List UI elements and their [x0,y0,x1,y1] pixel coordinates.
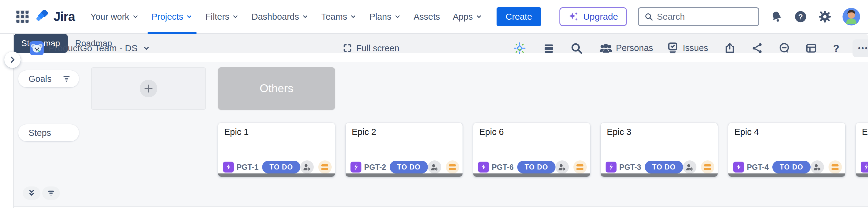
goals-label: Goals [29,74,52,84]
others-column-header[interactable]: Others [218,67,335,110]
chevron-down-icon [302,13,309,20]
expand-sidebar-button[interactable] [4,51,21,68]
nav-item-label: Dashboards [251,12,299,22]
filter-icon[interactable] [62,74,71,83]
gear-icon [818,10,832,23]
bell-icon [770,10,783,23]
collapse-all-button[interactable] [23,186,40,200]
help-button[interactable]: ? [794,10,807,23]
chevron-down-icon [232,13,239,20]
nav-item-dashboards[interactable]: Dashboards [245,0,315,34]
epic-key: PGT-3 [619,163,641,172]
feedback-button[interactable] [778,42,790,54]
notifications-button[interactable] [770,10,783,23]
priority-medium-icon [829,161,842,174]
decorate-button[interactable] [513,42,526,55]
epic-card[interactable]: Epic 2 PGT-2 TO DO [346,123,463,177]
epic-footer: PGT-1 TO DO [223,161,331,174]
chevron-down-icon [132,13,139,20]
personas-label: Personas [616,43,653,53]
board-filter-button[interactable] [42,186,60,200]
nav-item-label: Filters [205,12,229,22]
nav-item-plans[interactable]: Plans [363,0,407,34]
epic-card[interactable]: Epic 4 PGT-4 TO DO [728,123,845,177]
share-icon [751,42,763,54]
epic-footer: PGT-4 TO DO [733,161,842,174]
export-icon [724,42,736,54]
steps-label: Steps [29,128,51,138]
epic-card[interactable]: Ep P TO DO [856,123,868,177]
project-avatar [30,41,44,55]
nav-item-your-work[interactable]: Your work [84,0,145,34]
issues-button[interactable]: Issues [666,41,708,55]
person-gear-icon [813,163,821,171]
search-input[interactable] [657,12,753,22]
nav-item-label: Your work [91,12,129,22]
help-icon: ? [794,10,807,23]
person-gear-icon [430,163,439,171]
epic-color-strip [218,173,335,177]
jira-logo[interactable]: Jira [36,9,75,24]
priority-medium-icon [446,161,459,174]
settings-button[interactable] [818,10,832,23]
status-badge[interactable]: TO DO [390,161,428,173]
epic-type-icon [861,162,868,173]
epic-card[interactable]: Epic 6 PGT-6 TO DO [473,123,590,177]
epic-footer: PGT-3 TO DO [606,161,714,174]
personas-button[interactable]: Personas [599,41,653,55]
create-button[interactable]: Create [497,7,541,26]
epic-footer: PGT-2 TO DO [350,161,459,174]
search-icon [644,12,653,21]
epic-card[interactable]: Epic 1 PGT-1 TO DO [218,123,335,177]
assignee-button[interactable] [300,161,314,174]
person-gear-icon [303,163,311,171]
epic-color-strip [346,173,463,177]
add-goal-button[interactable] [140,80,157,97]
lightning-bolt-icon [480,164,487,170]
add-goal-placeholder [91,67,206,110]
personas-icon [599,41,613,55]
card-layout-button[interactable] [805,42,817,54]
board-help-button[interactable]: ? [833,42,839,54]
user-avatar[interactable] [842,8,860,26]
status-badge[interactable]: TO DO [517,161,555,173]
top-nav-right: Upgrade ? [559,7,860,26]
assignee-button[interactable] [556,161,569,174]
rows-button[interactable] [543,42,555,54]
logo-wordmark: Jira [54,9,75,24]
app-switcher-button[interactable] [16,10,29,23]
rows-icon [543,42,555,54]
lightning-bolt-icon [863,164,868,170]
koala-icon [31,42,43,54]
nav-item-projects[interactable]: Projects [145,0,199,34]
assignee-button[interactable] [683,161,696,174]
double-chevron-down-icon [27,189,36,197]
assignee-button[interactable] [428,161,441,174]
lightning-bolt-icon [225,164,232,170]
svg-text:?: ? [798,13,803,21]
epic-type-icon [478,162,489,173]
project-switcher[interactable]: ProductGo Team - DS [30,41,150,55]
burst-icon [513,42,526,55]
epic-color-strip [601,173,718,177]
status-badge[interactable]: TO DO [262,161,300,173]
fullscreen-icon [343,43,352,53]
export-button[interactable] [724,42,736,54]
board-search-button[interactable] [570,42,583,55]
nav-item-teams[interactable]: Teams [315,0,363,34]
share-button[interactable] [751,42,763,54]
nav-item-assets[interactable]: Assets [407,0,446,34]
nav-item-apps[interactable]: Apps [446,0,489,34]
nav-item-filters[interactable]: Filters [199,0,245,34]
full-screen-button[interactable]: Full screen [343,43,399,53]
status-badge[interactable]: TO DO [772,161,810,173]
chevron-down-icon [350,13,356,20]
storymap-toolbar: ProductGo Team - DS Full screen Story ma… [14,34,868,62]
status-badge[interactable]: TO DO [645,161,683,173]
epic-footer: PGT-6 TO DO [478,161,586,174]
nav-item-label: Assets [414,12,440,22]
more-options-button[interactable]: ••• [852,39,868,57]
assignee-button[interactable] [811,161,824,174]
upgrade-button[interactable]: Upgrade [559,7,627,26]
epic-card[interactable]: Epic 3 PGT-3 TO DO [601,123,718,177]
